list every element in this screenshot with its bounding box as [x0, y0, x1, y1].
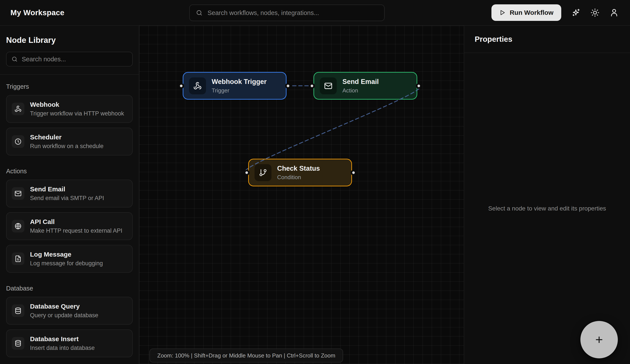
library-item-title: Webhook — [30, 101, 124, 108]
canvas-node-send-email[interactable]: Send Email Action — [314, 72, 417, 100]
topbar: My Workspace Run Workflow — [0, 0, 630, 26]
library-item-title: API Call — [30, 218, 122, 226]
section-label-triggers: Triggers — [6, 83, 133, 90]
library-item-title: Scheduler — [30, 133, 104, 141]
node-subtitle: Condition — [277, 174, 320, 181]
ai-assist-button[interactable] — [571, 8, 580, 17]
library-item-description: Run workflow on a schedule — [30, 143, 104, 150]
input-port[interactable] — [178, 83, 184, 89]
add-node-button[interactable]: + — [580, 321, 618, 358]
search-icon — [196, 9, 203, 16]
library-item-title: Log Message — [30, 251, 103, 258]
library-item-send-email[interactable]: Send Email Send email via SMTP or API — [6, 180, 133, 207]
properties-title: Properties — [475, 35, 512, 43]
output-port[interactable] — [285, 83, 291, 89]
node-library-sidebar: Node Library Triggers Webhook Trigger wo… — [0, 26, 139, 364]
canvas-node-webhook-trigger[interactable]: Webhook Trigger Trigger — [183, 72, 286, 100]
properties-header: Properties — [464, 26, 630, 53]
plus-icon: + — [595, 333, 603, 346]
canvas-status-bar: Zoom: 100% | Shift+Drag or Middle Mouse … — [150, 349, 343, 363]
zoom-status-text: Zoom: 100% | Shift+Drag or Middle Mouse … — [157, 352, 335, 359]
global-search[interactable] — [189, 4, 384, 21]
properties-empty-state: Select a node to view and edit its prope… — [488, 205, 606, 212]
library-item-log-message[interactable]: Log Message Log message for debugging — [6, 245, 133, 273]
library-item-title: Send Email — [30, 185, 104, 193]
node-subtitle: Trigger — [212, 87, 267, 94]
node-subtitle: Action — [342, 87, 379, 94]
library-item-scheduler[interactable]: Scheduler Run workflow on a schedule — [6, 128, 133, 155]
library-item-description: Make HTTP request to external API — [30, 227, 122, 234]
library-item-description: Insert data into database — [30, 345, 95, 352]
user-profile-button[interactable] — [610, 8, 619, 17]
section-label-database: Database — [6, 285, 133, 292]
node-search-input[interactable] — [22, 56, 128, 63]
input-port[interactable] — [244, 170, 250, 175]
user-icon — [610, 8, 619, 17]
canvas-node-check-status[interactable]: Check Status Condition — [248, 159, 352, 186]
library-item-description: Send email via SMTP or API — [30, 195, 104, 202]
library-item-title: Database Query — [30, 303, 98, 310]
node-title: Check Status — [277, 165, 320, 172]
mail-icon — [12, 187, 24, 200]
properties-body: Select a node to view and edit its prope… — [464, 53, 630, 364]
theme-toggle-button[interactable] — [590, 8, 600, 17]
globe-icon — [12, 220, 24, 232]
node-title: Send Email — [342, 78, 379, 86]
properties-panel: Properties Select a node to view and edi… — [464, 26, 630, 364]
output-port[interactable] — [416, 83, 422, 89]
global-search-input[interactable] — [208, 9, 378, 16]
database-icon — [12, 305, 24, 317]
library-item-description: Query or update database — [30, 312, 98, 319]
workspace-title: My Workspace — [10, 8, 64, 17]
file-text-icon — [12, 252, 24, 265]
library-item-webhook[interactable]: Webhook Trigger workflow via HTTP webhoo… — [6, 95, 133, 123]
webhook-icon — [189, 77, 206, 94]
sidebar-divider — [0, 74, 139, 75]
database-icon — [12, 337, 24, 350]
node-search[interactable] — [6, 52, 133, 66]
sparkles-icon — [571, 8, 580, 17]
clock-icon — [12, 135, 24, 148]
topbar-actions: Run Workflow — [492, 4, 630, 21]
library-item-title: Database Insert — [30, 335, 95, 343]
library-item-description: Log message for debugging — [30, 260, 103, 267]
workflow-canvas[interactable]: Webhook Trigger Trigger Send Email Actio… — [139, 26, 464, 364]
node-title: Webhook Trigger — [212, 78, 267, 86]
library-item-database-insert[interactable]: Database Insert Insert data into databas… — [6, 330, 133, 357]
search-icon — [11, 56, 18, 62]
node-library-title: Node Library — [6, 36, 133, 45]
input-port[interactable] — [309, 83, 315, 89]
git-branch-icon — [254, 164, 272, 181]
output-port[interactable] — [351, 170, 356, 175]
play-icon — [499, 9, 506, 16]
library-item-database-query[interactable]: Database Query Query or update database — [6, 297, 133, 325]
library-item-description: Trigger workflow via HTTP webhook — [30, 110, 124, 117]
run-workflow-label: Run Workflow — [510, 9, 554, 16]
mail-icon — [320, 77, 337, 94]
webhook-icon — [12, 103, 24, 115]
run-workflow-button[interactable]: Run Workflow — [492, 4, 561, 21]
sun-icon — [590, 8, 600, 17]
section-label-actions: Actions — [6, 168, 133, 175]
library-item-api-call[interactable]: API Call Make HTTP request to external A… — [6, 212, 133, 240]
workflow-app: My Workspace Run Workflow Node Library — [0, 0, 630, 364]
